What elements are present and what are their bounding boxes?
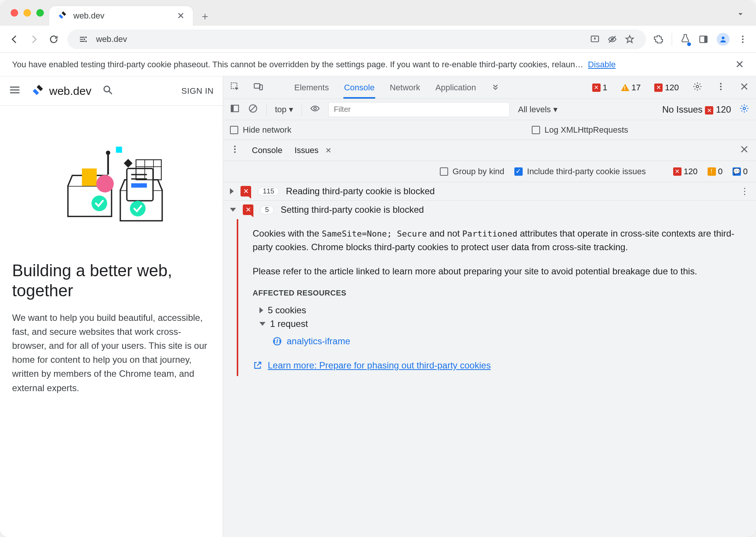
devtools-close-icon[interactable] (739, 82, 749, 94)
install-icon[interactable] (590, 34, 600, 44)
search-icon[interactable] (102, 84, 113, 98)
affected-cookies[interactable]: 5 cookies (253, 303, 744, 317)
svg-point-38 (234, 151, 236, 153)
infobar-message: You have enabled testing third-party coo… (12, 60, 728, 70)
page-content: web.dev SIGN IN (0, 76, 223, 537)
tab-title: web.dev (73, 11, 171, 21)
separator (672, 33, 672, 46)
drawer-close-icon[interactable] (739, 144, 749, 156)
svg-point-36 (234, 145, 236, 147)
back-button[interactable] (8, 33, 20, 45)
infobar-disable-link[interactable]: Disable (588, 60, 616, 69)
svg-point-35 (743, 107, 746, 110)
tab-dropdown-icon[interactable] (736, 9, 749, 23)
issue-menu-icon[interactable]: ⋮ (740, 186, 749, 197)
page-body-text: We want to help you build beautiful, acc… (12, 311, 211, 395)
console-sidebar-icon[interactable] (230, 104, 240, 116)
browser-window: web.dev ✕ ＋ web.dev (0, 0, 756, 537)
minimize-window-icon[interactable] (23, 9, 31, 17)
collapse-caret-icon[interactable] (259, 322, 265, 326)
context-selector[interactable]: top ▾ (275, 105, 293, 115)
svg-point-0 (85, 36, 87, 38)
brand-text: web.dev (49, 85, 92, 97)
reload-button[interactable] (48, 33, 60, 45)
extensions-icon[interactable] (654, 34, 663, 44)
expand-caret-icon[interactable] (259, 307, 263, 313)
forward-button[interactable] (28, 33, 40, 45)
maximize-window-icon[interactable] (36, 9, 44, 17)
affected-resources-heading: AFFECTED RESOURCES (253, 289, 744, 297)
issues-blue-count[interactable]: 💬0 (733, 167, 748, 176)
bookmark-star-icon[interactable] (625, 34, 635, 44)
tab-close-icon[interactable]: ✕ (177, 11, 185, 21)
collapse-caret-icon[interactable] (230, 208, 236, 212)
issue-row-setting[interactable]: ✕ 5 Setting third-party cookie is blocke… (223, 201, 756, 219)
more-tabs-icon[interactable] (491, 82, 500, 94)
chrome-menu-icon[interactable] (738, 34, 748, 44)
devtools-panel: Elements Console Network Application ✕1 … (223, 76, 756, 537)
toolbar-right (654, 33, 748, 46)
svg-point-22 (91, 195, 107, 211)
clear-console-icon[interactable] (248, 104, 258, 116)
svg-point-37 (234, 148, 236, 150)
console-settings-bar: Hide network Log XMLHttpRequests (223, 120, 756, 140)
drawer-tab-issues[interactable]: Issues (295, 145, 319, 155)
menu-icon[interactable] (9, 84, 20, 98)
browser-toolbar: web.dev (0, 26, 756, 53)
affected-requests[interactable]: 1 request (253, 317, 744, 331)
devtools-settings-icon[interactable] (692, 82, 702, 94)
issues-orange-count[interactable]: !0 (708, 167, 723, 176)
error-count[interactable]: ✕1 (592, 83, 607, 93)
hide-network-checkbox[interactable]: Hide network (230, 125, 291, 135)
labs-icon[interactable] (680, 33, 690, 45)
eye-off-icon[interactable] (607, 34, 617, 44)
profile-avatar[interactable] (717, 33, 730, 46)
address-bar[interactable]: web.dev (67, 29, 646, 49)
svg-rect-20 (131, 183, 147, 188)
svg-point-27 (696, 85, 699, 88)
console-filter-input[interactable] (328, 102, 510, 117)
close-window-icon[interactable] (11, 9, 18, 17)
tab-elements[interactable]: Elements (293, 77, 330, 99)
console-settings-icon[interactable] (739, 104, 749, 116)
external-link-icon (253, 361, 262, 370)
warning-count[interactable]: 17 (621, 83, 641, 93)
svg-point-23 (130, 201, 146, 217)
svg-point-9 (742, 38, 744, 40)
iframe-icon (272, 336, 282, 346)
sign-in-button[interactable]: SIGN IN (182, 86, 214, 96)
drawer-tab-console[interactable]: Console (252, 145, 283, 155)
log-levels-selector[interactable]: All levels ▾ (518, 105, 557, 115)
new-tab-button[interactable]: ＋ (198, 9, 212, 23)
drawer-tab-close-icon[interactable]: ✕ (325, 146, 332, 155)
side-panel-icon[interactable] (699, 34, 708, 44)
page-headline: Building a better web, together (12, 261, 211, 301)
expand-caret-icon[interactable] (230, 188, 234, 194)
group-by-kind-checkbox[interactable]: Group by kind (440, 167, 505, 176)
log-xhr-checkbox[interactable]: Log XMLHttpRequests (532, 125, 628, 135)
tab-strip: web.dev ✕ ＋ (0, 0, 756, 26)
drawer-menu-icon[interactable] (230, 144, 240, 156)
url-text: web.dev (96, 34, 127, 44)
svg-rect-25 (254, 84, 260, 88)
issue-count-badge: 115 (258, 187, 279, 196)
no-issues-link[interactable]: No Issues ✕ 120 (662, 104, 731, 115)
device-toolbar-icon[interactable] (253, 82, 263, 94)
site-logo[interactable]: web.dev (31, 84, 92, 98)
learn-more-link[interactable]: Learn more: Prepare for phasing out thir… (253, 360, 744, 371)
issue-row-reading[interactable]: ✕ 115 Reading third-party cookie is bloc… (223, 182, 756, 201)
issues-red-count[interactable]: ✕120 (673, 167, 698, 176)
include-3p-cookies-checkbox[interactable]: Include third-party cookie issues (514, 167, 646, 176)
svg-point-34 (314, 107, 316, 110)
inspect-element-icon[interactable] (230, 82, 240, 94)
infobar-close-icon[interactable]: ✕ (728, 58, 744, 71)
message-count[interactable]: ✕120 (654, 83, 679, 93)
live-expression-icon[interactable] (310, 104, 320, 116)
devtools-menu-icon[interactable] (716, 82, 726, 94)
tab-application[interactable]: Application (435, 77, 477, 99)
affected-resource-link[interactable]: analytics-iframe (272, 336, 744, 347)
tab-network[interactable]: Network (389, 77, 421, 99)
tab-console[interactable]: Console (343, 77, 376, 99)
browser-tab[interactable]: web.dev ✕ (49, 6, 193, 26)
site-settings-icon[interactable] (79, 34, 88, 44)
